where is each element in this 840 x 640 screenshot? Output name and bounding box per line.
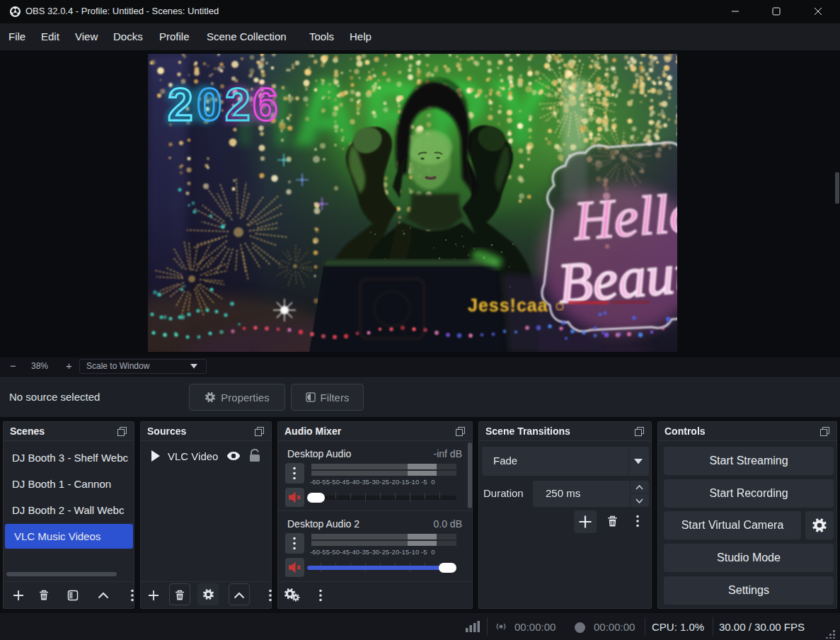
svg-text:Hello: Hello <box>571 181 677 251</box>
svg-text:6: 6 <box>253 79 278 130</box>
svg-text:0: 0 <box>197 79 222 130</box>
svg-text:Jess!caa: Jess!caa <box>468 295 548 315</box>
svg-text:2: 2 <box>225 79 251 130</box>
svg-text:2: 2 <box>168 79 193 130</box>
